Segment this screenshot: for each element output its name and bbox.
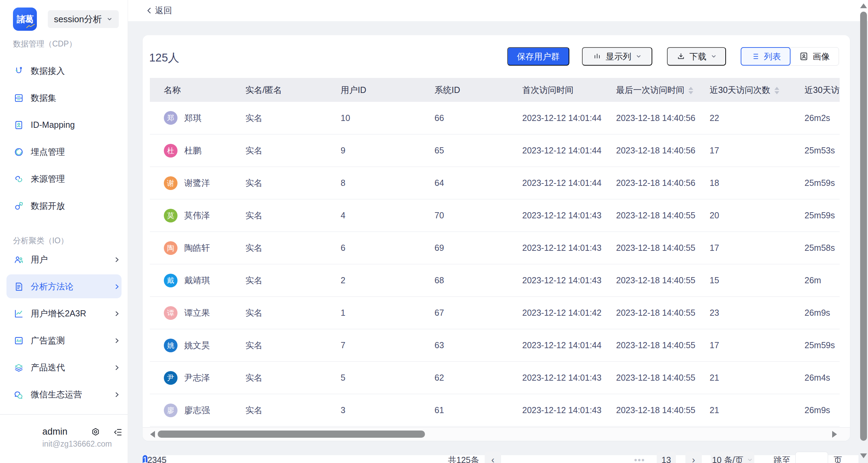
sidebar-item-source[interactable]: 来源管理 bbox=[0, 165, 128, 192]
horizontal-scrollbar[interactable] bbox=[143, 427, 850, 441]
cell-type: 实名 bbox=[240, 134, 335, 167]
cell-last-visit: 2023-12-18 14:40:55 bbox=[611, 199, 704, 232]
scroll-left-arrow-icon[interactable] bbox=[150, 431, 155, 438]
cell-type: 实名 bbox=[240, 297, 335, 329]
chevron-right-icon bbox=[114, 310, 120, 317]
cell-last-visit: 2023-12-18 14:40:55 bbox=[611, 329, 704, 362]
cell-first-visit: 2023-12-12 14:01:44 bbox=[517, 329, 611, 362]
cell-user-id: 6 bbox=[335, 232, 429, 264]
table-row[interactable]: 杜杜鹏实名9652023-12-12 14:01:442023-12-18 14… bbox=[150, 134, 840, 167]
column-label: 用户ID bbox=[341, 85, 366, 95]
sidebar-item-data-open[interactable]: 数据开放 bbox=[0, 192, 128, 219]
sidebar-item-methodology[interactable]: 分析方法论 bbox=[0, 273, 128, 300]
row-avatar: 杜 bbox=[164, 144, 177, 158]
jump-page-input[interactable] bbox=[795, 452, 828, 463]
scroll-down-arrow-icon[interactable] bbox=[860, 453, 867, 458]
download-button[interactable]: 下载 bbox=[667, 47, 726, 66]
total-count: 共125条 bbox=[448, 452, 479, 463]
column-header-visits[interactable]: 近30天访问次数 bbox=[704, 78, 799, 102]
zhuge-logo[interactable]: 諸葛 bbox=[13, 8, 37, 31]
page-button-4[interactable]: 4 bbox=[157, 455, 162, 463]
column-label: 近30天访问次数 bbox=[710, 85, 770, 95]
pagination-bar: 共125条 ‹ 12345 ••• 13 › 10 条/页 跳至 页 bbox=[143, 452, 858, 463]
page-button-2[interactable]: 2 bbox=[147, 455, 152, 463]
page-button-1[interactable]: 1 bbox=[143, 455, 147, 463]
vertical-scrollbar[interactable] bbox=[859, 0, 868, 463]
chevron-left-icon bbox=[146, 7, 152, 14]
vertical-scrollbar-thumb[interactable] bbox=[860, 12, 867, 441]
cell-user-id: 1 bbox=[335, 297, 429, 329]
cell-visits-30d: 17 bbox=[704, 232, 799, 264]
page-ellipsis[interactable]: ••• bbox=[632, 452, 647, 463]
table-row[interactable]: 戴戴靖琪实名2682023-12-12 14:01:432023-12-18 1… bbox=[150, 264, 840, 297]
table-row[interactable]: 谭谭立果实名1672023-12-12 14:01:422023-12-18 1… bbox=[150, 297, 840, 329]
sidebar-item-ad-monitor[interactable]: Ad广告监测 bbox=[0, 327, 128, 354]
cell-type: 实名 bbox=[240, 329, 335, 362]
cell-system-id: 68 bbox=[429, 264, 517, 297]
sort-icon[interactable] bbox=[774, 87, 779, 94]
table-row[interactable]: 廖廖志强实名3612023-12-12 14:01:432023-12-18 1… bbox=[150, 394, 840, 426]
page-button-5[interactable]: 5 bbox=[162, 455, 167, 463]
cell-visits-30d: 20 bbox=[704, 199, 799, 232]
scroll-right-arrow-icon[interactable] bbox=[832, 431, 837, 438]
page-button-13[interactable]: 13 bbox=[657, 452, 676, 463]
horizontal-scrollbar-thumb[interactable] bbox=[158, 431, 425, 438]
cell-name: 谭谭立果 bbox=[150, 297, 240, 329]
cell-type: 实名 bbox=[240, 102, 335, 134]
dataset-icon bbox=[14, 93, 24, 103]
sidebar-item-growth[interactable]: 用户增长2A3R bbox=[0, 300, 128, 327]
collapse-sidebar-icon[interactable] bbox=[113, 427, 123, 437]
sidebar-item-label: 埋点管理 bbox=[31, 146, 65, 158]
view-portrait-tab[interactable]: 画像 bbox=[790, 47, 839, 65]
workspace-switcher[interactable]: session分析 bbox=[48, 10, 119, 28]
cell-system-id: 65 bbox=[429, 134, 517, 167]
sidebar-item-users[interactable]: 用户 bbox=[0, 246, 128, 273]
sidebar-item-id-mapping[interactable]: ID-Mapping bbox=[0, 111, 128, 138]
cell-duration-30d: 26m9s bbox=[799, 394, 840, 426]
sidebar-item-data-in[interactable]: 数据接入 bbox=[0, 57, 128, 84]
page-size-value: 10 条/页 bbox=[712, 454, 743, 463]
avatar[interactable] bbox=[11, 427, 33, 449]
sidebar-item-wechat[interactable]: 微信生态运营 bbox=[0, 381, 128, 408]
gear-icon[interactable] bbox=[90, 427, 101, 437]
table-row[interactable]: 谢谢鹭洋实名8642023-12-12 14:01:442023-12-18 1… bbox=[150, 167, 840, 199]
sidebar-item-dataset[interactable]: 数据集 bbox=[0, 84, 128, 111]
cell-visits-30d: 18 bbox=[704, 167, 799, 199]
table-row[interactable]: 郑郑琪实名10662023-12-12 14:01:442023-12-18 1… bbox=[150, 102, 840, 134]
page-button-3[interactable]: 3 bbox=[152, 455, 157, 463]
column-header-last_visit[interactable]: 最后一次访问时间 bbox=[611, 78, 704, 102]
logo-text: 諸葛 bbox=[17, 13, 33, 25]
source-icon bbox=[14, 174, 24, 184]
sidebar-item-label: 广告监测 bbox=[31, 335, 65, 346]
growth-icon bbox=[14, 309, 24, 319]
cell-user-id: 4 bbox=[335, 199, 429, 232]
prev-page-button[interactable]: ‹ bbox=[485, 452, 501, 463]
next-page-button[interactable]: › bbox=[685, 452, 702, 463]
cell-duration-30d: 25m53s bbox=[799, 134, 840, 167]
table-row[interactable]: 姚姚文昊实名7632023-12-12 14:01:442023-12-18 1… bbox=[150, 329, 840, 362]
svg-text:Ad: Ad bbox=[16, 339, 22, 343]
table-row[interactable]: 陶陶皓轩实名6692023-12-12 14:01:432023-12-18 1… bbox=[150, 232, 840, 264]
cell-name: 尹尹志泽 bbox=[150, 362, 240, 394]
cell-name: 姚姚文昊 bbox=[150, 329, 240, 362]
show-columns-button[interactable]: 显示列 bbox=[582, 47, 652, 66]
table-row[interactable]: 尹尹志泽实名5622023-12-12 14:01:432023-12-18 1… bbox=[150, 362, 840, 394]
sidebar-menu: 数据管理（CDP）数据接入数据集ID-Mapping埋点管理来源管理数据开放分析… bbox=[0, 38, 128, 408]
sidebar-item-iteration[interactable]: 产品迭代 bbox=[0, 354, 128, 381]
cell-user-id: 8 bbox=[335, 167, 429, 199]
cell-visits-30d: 21 bbox=[704, 394, 799, 426]
cell-system-id: 61 bbox=[429, 394, 517, 426]
save-segment-button[interactable]: 保存用户群 bbox=[507, 47, 569, 66]
row-name: 郑琪 bbox=[184, 112, 201, 124]
cell-first-visit: 2023-12-12 14:01:43 bbox=[517, 394, 611, 426]
sidebar-divider bbox=[0, 414, 128, 415]
column-label: 名称 bbox=[164, 85, 181, 95]
page-size-select[interactable]: 10 条/页 bbox=[711, 452, 754, 463]
back-button[interactable]: 返回 bbox=[146, 5, 172, 16]
column-label: 近30天访问时长 bbox=[805, 85, 840, 95]
table-row[interactable]: 莫莫伟泽实名4702023-12-12 14:01:432023-12-18 1… bbox=[150, 199, 840, 232]
view-list-tab[interactable]: 列表 bbox=[741, 47, 791, 66]
scroll-up-arrow-icon[interactable] bbox=[860, 3, 867, 8]
sidebar-item-tracking[interactable]: 埋点管理 bbox=[0, 138, 128, 165]
sort-icon[interactable] bbox=[688, 87, 693, 94]
